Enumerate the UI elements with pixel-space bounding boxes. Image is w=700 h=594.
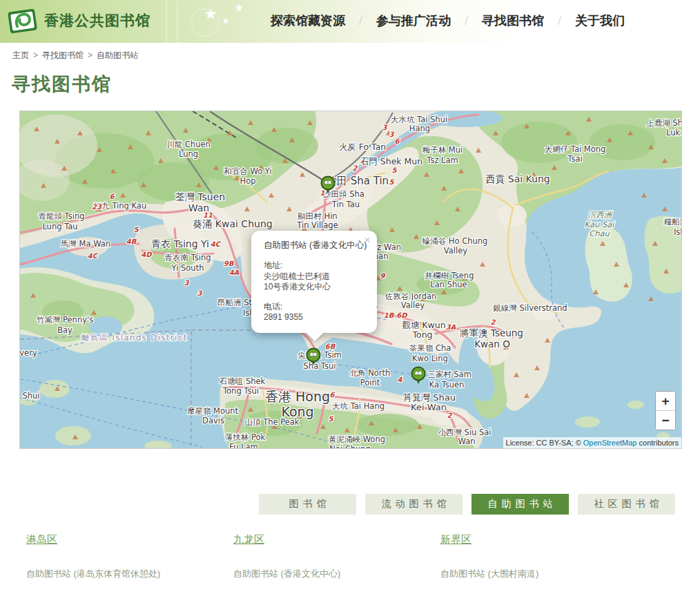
road-badge: 6D [396, 312, 407, 319]
map-label: 和宜合 Wo Yi [224, 166, 271, 176]
page: ★ ★ ★ 香港公共图书馆 探索馆藏资源/参与推广活动/寻找图书馆/关于我们 主… [0, 0, 700, 594]
map-label: 北角 North [350, 368, 391, 378]
district-header[interactable]: 新界区 [440, 533, 471, 546]
star-icon: ★ [204, 6, 217, 22]
map-label: Lan Shue [430, 280, 467, 289]
zoom-in-button[interactable]: + [656, 392, 675, 411]
map-label: 青龍頭 Tsing [37, 211, 84, 221]
road-badge: 4A [229, 269, 240, 276]
map-label: Kei Wan [411, 402, 447, 412]
attribution-prefix: License: CC BY-SA; © [506, 439, 583, 447]
tab-3[interactable]: 自助图书站 [471, 494, 569, 515]
site-header: ★ ★ ★ 香港公共图书馆 探索馆藏资源/参与推广活动/寻找图书馆/关于我们 [0, 0, 700, 43]
breadcrumb-item-2[interactable]: 寻找图书馆 [42, 50, 84, 60]
nav-item-2[interactable]: 参与推广活动 [376, 14, 451, 28]
road-badge: 1B [384, 312, 395, 319]
map-label: Valley [444, 246, 467, 256]
district-columns: 港岛区自助图书站 (港岛东体育馆休憩处)九龙区自助图书站 (香港文化中心)新界区… [26, 533, 648, 580]
map-label: Nai Chung [329, 444, 371, 448]
district-column-3: 新界区自助图书站 (大围村南道) [440, 533, 648, 580]
nav-item-4[interactable]: 关于我们 [575, 14, 625, 28]
road-badge: 5 [392, 166, 398, 174]
district-column-2: 九龙区自助图书站 (香港文化中心) [233, 533, 440, 580]
road-badge: 5 [134, 226, 139, 233]
road-badge: 3 [197, 289, 203, 297]
library-station-link[interactable]: 自助图书站 (大围村南道) [440, 568, 648, 580]
decorative-dotted-line [166, 0, 167, 43]
nav-separator: / [558, 14, 561, 28]
map-label: 馬灣 Ma Wan [61, 239, 110, 249]
road-badge: 6 [110, 193, 115, 200]
map-label: Sha Tsui [304, 361, 336, 371]
map-label: Bay [57, 325, 72, 335]
map-label: Kwan O [474, 338, 510, 349]
tab-1[interactable]: 图书馆 [259, 494, 356, 515]
map-popup: × 自助图书站 (香港文化中心) 地址: 尖沙咀梳士巴利道 10号香港文化中心 … [251, 231, 377, 333]
map-label: 銀線灣 Silverstrand [493, 303, 567, 313]
map-canvas[interactable]: 川龍 ChuenLung和宜合 Wo YiHop荃灣 TsuenWan汀九 Ti… [19, 111, 682, 449]
map-label: Tsai [567, 154, 582, 164]
tab-4[interactable]: 社区图书馆 [578, 494, 675, 515]
library-station-link[interactable]: 自助图书站 (港岛东体育馆休憩处) [26, 568, 233, 580]
site-logo[interactable]: 香港公共图书馆 [7, 5, 150, 37]
openstreetmap-link[interactable]: OpenStreetMap [583, 439, 637, 447]
decorative-dotted-line [177, 0, 178, 43]
map-label: 葵涌 Kwai Chung [193, 218, 272, 229]
map-label: Point [360, 378, 380, 387]
popup-tail [307, 333, 323, 341]
popup-close-icon[interactable]: × [364, 234, 371, 246]
map-label: Tong [411, 329, 432, 340]
map-label: Davis [202, 416, 224, 425]
map-label: 火炭 Fo Tan [339, 142, 387, 152]
map-label: 青衣 Tsing Yi [151, 238, 209, 249]
map-label: Valley [401, 300, 425, 310]
road-badge: 1 [320, 189, 325, 197]
map-label: 大網仔 Tai Mong [545, 144, 606, 154]
map-label: 摩星嶺 Mount [187, 406, 239, 416]
open-book-logo-icon [7, 5, 39, 37]
map-label: 井欄樹 Tseng [425, 271, 474, 280]
breadcrumb-item-1[interactable]: 主页 [12, 50, 29, 60]
nav-item-3[interactable]: 寻找图书馆 [482, 14, 544, 28]
map-label: 上鹿湖 Sheung [646, 118, 681, 128]
road-badge: 11 [203, 211, 213, 219]
road-badge: 4D [141, 251, 152, 258]
map-label: 川龍 Chuen [166, 140, 211, 149]
map-label: 青衣南 Tsing [164, 253, 211, 262]
map-label: 滘西洲 [588, 210, 613, 220]
map-label: 茶果嶺 Cha [409, 343, 451, 353]
road-badge: 2 [447, 412, 453, 419]
road-badge: 5 [389, 178, 395, 186]
map-label: very [20, 348, 37, 358]
map-label: 蠔涌谷 Ho Chung [422, 236, 488, 246]
road-badge: 2 [491, 318, 496, 326]
nav-item-1[interactable]: 探索馆藏资源 [271, 14, 345, 28]
road-badge: 9B [224, 260, 235, 267]
road-badge: 4B [126, 238, 137, 245]
map-label: Tin Tau [331, 200, 360, 209]
popup-address-line1: 尖沙咀梳士巴利道 [264, 271, 369, 282]
road-badge: 23 [92, 203, 102, 211]
map-label: 糧船灣 [664, 217, 681, 227]
popup-address-line2: 10号香港文化中心 [264, 282, 369, 293]
map-label: 竹篙灣 Penny's [37, 315, 93, 325]
map-label: 離島區 Islands District [81, 333, 187, 343]
map-label: Yi South [171, 263, 204, 273]
map-label: 顯田村 Hin [298, 211, 337, 221]
road-badge: 3 [184, 279, 190, 287]
map-label: Tsz Lam [426, 155, 458, 165]
map-label: Island [674, 227, 681, 237]
road-badge: 3A [446, 323, 456, 331]
map-zoom-control: + − [655, 391, 676, 430]
road-badge: 9 [380, 272, 386, 280]
star-icon: ★ [235, 2, 244, 13]
district-header[interactable]: 港岛区 [26, 533, 57, 546]
tab-2[interactable]: 流动图书馆 [365, 494, 463, 515]
library-station-link[interactable]: 自助图书站 (香港文化中心) [233, 568, 440, 580]
road-badge: 4C [88, 252, 99, 260]
map-label: 沙田頭 Sha [323, 189, 364, 199]
zoom-out-button[interactable]: − [656, 411, 675, 430]
district-header[interactable]: 九龙区 [233, 533, 264, 546]
map-label: 香港 Hong [265, 389, 330, 404]
breadcrumb-item-3: 自助图书站 [97, 50, 138, 60]
